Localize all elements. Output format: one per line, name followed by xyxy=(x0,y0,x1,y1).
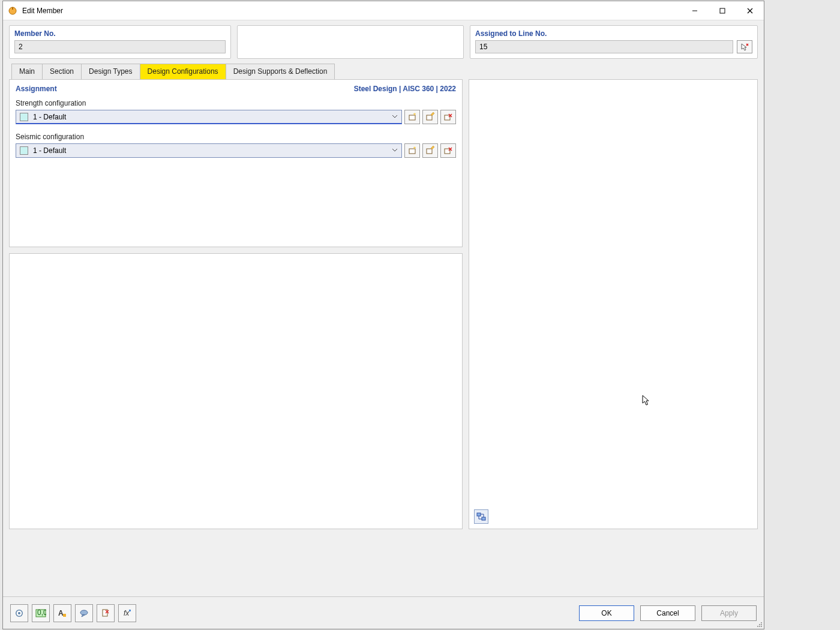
tab-section[interactable]: Section xyxy=(42,64,82,79)
color-swatch-icon xyxy=(20,146,28,155)
resize-grip-icon[interactable] xyxy=(755,620,763,628)
svg-rect-32 xyxy=(103,610,107,616)
formula-button[interactable]: fx xyxy=(118,604,136,622)
tooltip-toggle-button[interactable] xyxy=(75,604,93,622)
chevron-down-icon xyxy=(392,113,398,121)
svg-rect-15 xyxy=(409,149,415,154)
svg-point-41 xyxy=(759,626,760,627)
close-button[interactable] xyxy=(736,1,764,20)
cancel-button[interactable]: Cancel xyxy=(640,605,695,621)
svg-rect-3 xyxy=(720,8,725,13)
tab-design-supports-deflection[interactable]: Design Supports & Deflection xyxy=(226,64,335,79)
svg-point-31 xyxy=(80,610,88,615)
svg-rect-22 xyxy=(477,513,481,516)
design-spec-label: Steel Design | AISC 360 | 2022 xyxy=(354,85,456,93)
svg-rect-12 xyxy=(445,115,450,120)
tab-design-types[interactable]: Design Types xyxy=(81,64,140,79)
strength-config-label: Strength configuration xyxy=(16,99,456,107)
svg-rect-8 xyxy=(409,115,415,120)
clipboard-button[interactable] xyxy=(97,604,115,622)
strength-config-select[interactable]: 1 - Default xyxy=(16,110,402,124)
svg-point-26 xyxy=(18,612,20,614)
dialog-window: Edit Member Member No. 2 Assigned to Lin… xyxy=(2,1,764,629)
svg-point-38 xyxy=(759,624,760,625)
window-controls xyxy=(681,1,764,20)
svg-rect-11 xyxy=(427,115,432,120)
strength-edit-button[interactable] xyxy=(422,110,438,124)
seismic-config-value: 1 - Default xyxy=(33,146,66,155)
window-title: Edit Member xyxy=(22,7,681,15)
pick-line-button[interactable] xyxy=(737,40,752,53)
svg-rect-1 xyxy=(12,7,13,10)
svg-rect-30 xyxy=(63,614,66,617)
seismic-config-select[interactable]: 1 - Default xyxy=(16,143,402,158)
seismic-config-label: Seismic configuration xyxy=(16,133,456,141)
apply-button: Apply xyxy=(701,605,757,621)
svg-rect-23 xyxy=(482,517,485,520)
right-viewer-panel xyxy=(469,79,758,529)
units-button[interactable]: 0,00 xyxy=(32,604,50,622)
assigned-line-panel: Assigned to Line No. 15 xyxy=(470,25,758,59)
viewer-refresh-button[interactable] xyxy=(474,509,488,524)
member-number-label: Member No. xyxy=(14,29,226,38)
svg-point-40 xyxy=(757,626,758,627)
tabs-row: Main Section Design Types Design Configu… xyxy=(3,59,764,79)
app-icon xyxy=(8,6,17,16)
svg-point-39 xyxy=(761,624,762,625)
svg-rect-18 xyxy=(427,149,432,154)
seismic-new-button[interactable] xyxy=(404,143,420,158)
font-button[interactable]: A xyxy=(53,604,71,622)
titlebar: Edit Member xyxy=(3,1,764,20)
svg-text:0,00: 0,00 xyxy=(37,609,46,617)
ok-button[interactable]: OK xyxy=(579,605,634,621)
svg-text:A: A xyxy=(58,609,64,617)
member-number-field[interactable]: 2 xyxy=(14,40,226,53)
svg-text:fx: fx xyxy=(124,609,130,617)
svg-rect-36 xyxy=(129,610,131,611)
chevron-down-icon xyxy=(392,146,398,155)
assigned-line-label: Assigned to Line No. xyxy=(475,29,752,38)
assignment-panel: Assignment Steel Design | AISC 360 | 202… xyxy=(9,79,463,247)
color-swatch-icon xyxy=(20,113,28,121)
seismic-edit-button[interactable] xyxy=(422,143,438,158)
svg-point-42 xyxy=(761,626,762,627)
tab-design-configurations[interactable]: Design Configurations xyxy=(140,64,226,79)
tab-main[interactable]: Main xyxy=(11,64,43,79)
svg-point-37 xyxy=(761,622,762,623)
lower-left-panel xyxy=(9,253,463,529)
maximize-button[interactable] xyxy=(709,1,736,20)
member-number-panel: Member No. 2 xyxy=(9,25,231,59)
help-button[interactable] xyxy=(10,604,28,622)
assignment-title: Assignment xyxy=(16,85,57,93)
footer-bar: 0,00 A fx OK Cancel Apply xyxy=(3,596,764,629)
strength-config-value: 1 - Default xyxy=(33,113,66,121)
svg-rect-19 xyxy=(445,149,450,154)
middle-empty-panel xyxy=(237,25,464,59)
minimize-button[interactable] xyxy=(681,1,709,20)
svg-point-17 xyxy=(414,147,416,149)
seismic-delete-button[interactable] xyxy=(440,143,456,158)
strength-new-button[interactable] xyxy=(404,110,420,124)
svg-point-10 xyxy=(414,113,416,115)
assigned-line-field[interactable]: 15 xyxy=(475,40,733,53)
strength-delete-button[interactable] xyxy=(440,110,456,124)
